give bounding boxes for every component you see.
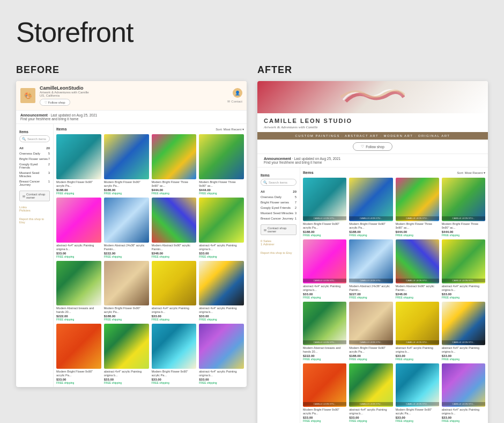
- before-links: Links Policies: [19, 206, 50, 212]
- after-hero-banner: [257, 81, 488, 113]
- after-hero-brush-svg: [340, 86, 405, 105]
- before-store-info: CamilleLeonStudio Artwork & Adventures w…: [40, 85, 89, 106]
- after-category-item[interactable]: Bright Flower series7: [261, 200, 297, 205]
- before-product-item[interactable]: Modern Bright Flower Three 9x90" ac... $…: [199, 134, 244, 195]
- before-product-item[interactable]: Modern Bright Flower 9x90" acrylic Pa...…: [152, 324, 197, 384]
- after-product-title: abstract 4x4" acrylic Painting origina b…: [442, 285, 485, 292]
- before-product-item[interactable]: Modern Bright Flower 9x90" acrylic Pa...…: [56, 324, 101, 384]
- after-product-image: CAMILLE LEON STU...: [349, 178, 392, 221]
- after-product-title: Modern Bright Flower 9x90" acrylic Pa...: [396, 408, 439, 415]
- before-product-item[interactable]: abstract 4x4" acrylic Painting origina b…: [199, 324, 244, 384]
- after-follow-section: ♡ Follow shop: [257, 140, 488, 154]
- after-product-item[interactable]: CAMILLE LEON STU... abstract 4x4" acryli…: [442, 302, 485, 361]
- before-product-item[interactable]: abstract 4x4" acrylic Painting origina b…: [56, 198, 101, 258]
- after-product-title: abstract 4x4" acrylic Painting origina b…: [442, 408, 485, 415]
- before-category-item[interactable]: Breast Cancer Journey1: [19, 179, 50, 187]
- after-product-image: CAMILLE LEON STU...: [303, 239, 346, 283]
- before-category-all[interactable]: All 20: [19, 145, 50, 151]
- before-contact-shop-button[interactable]: ✉ Contact shop owner: [19, 191, 50, 201]
- before-header: 🎨 CamilleLeonStudio Artwork & Adventures…: [16, 81, 247, 111]
- after-brand-section: CAMILLE LEON STUDIO Artwork & Adventures…: [257, 113, 488, 132]
- before-category-item[interactable]: Mustard Seed Miracles3: [19, 170, 50, 179]
- before-product-shipping: FREE shipping: [199, 381, 244, 384]
- after-product-item[interactable]: CAMILLE LEON STU... Modern Bright Flower…: [303, 363, 346, 422]
- after-product-shipping: FREE shipping: [303, 419, 346, 422]
- after-product-item[interactable]: CAMILLE LEON STU... Modern Bright Flower…: [349, 302, 392, 361]
- after-contact-shop-button[interactable]: ✉ Contact shop owner: [261, 224, 297, 235]
- before-search-bar[interactable]: 🔍 Search items: [19, 135, 50, 142]
- after-product-item[interactable]: CAMILLE LEON STU... abstract 4x4" acryli…: [349, 363, 392, 422]
- after-category-item[interactable]: Googly Eyed Friends2: [261, 205, 297, 210]
- after-follow-button[interactable]: ♡ Follow shop: [353, 142, 392, 151]
- before-product-item[interactable]: Modern Abstract 24x36" acrylic Paintin..…: [104, 198, 149, 258]
- before-store: 🎨 CamilleLeonStudio Artwork & Adventures…: [16, 81, 247, 387]
- before-follow-button[interactable]: ♡ Follow shop: [40, 99, 70, 106]
- before-product-image: [104, 134, 149, 179]
- before-product-item[interactable]: Modern Abstract 9x90" acrylic Paintin...…: [152, 198, 197, 258]
- before-product-item[interactable]: abstract 4x4" acrylic Painting origina b…: [199, 261, 244, 322]
- after-search-bar[interactable]: 🔍 Search items: [261, 179, 297, 186]
- after-product-item[interactable]: CAMILLE LEON STU... Modern Bright Flower…: [396, 178, 439, 237]
- after-report-link[interactable]: Report this shop to Etsy: [261, 251, 297, 254]
- after-items-label: Items: [261, 173, 297, 177]
- after-product-image: CAMILLE LEON STU...: [349, 239, 392, 283]
- before-product-item[interactable]: Modern Bright Flower Three 9x90" ac... $…: [152, 134, 197, 195]
- after-product-shipping: FREE shipping: [349, 358, 392, 361]
- after-category-item[interactable]: Breast Cancer Journey1: [261, 216, 297, 221]
- before-sort-dropdown[interactable]: Sort: Most Recent ▾: [216, 127, 244, 131]
- before-policies-label[interactable]: Policies: [19, 209, 50, 212]
- before-product-item[interactable]: abstract 4x4" acrylic Painting origina b…: [104, 324, 149, 384]
- before-contact-link[interactable]: ✉ Contact: [227, 99, 242, 103]
- before-product-title: abstract 4x4" acrylic Painting origina b…: [152, 307, 197, 314]
- after-product-item[interactable]: CAMILLE LEON STU... abstract 4x4" acryli…: [396, 302, 439, 361]
- after-product-item[interactable]: CAMILLE LEON STU... Modern Abstract 24x3…: [349, 239, 392, 298]
- before-product-shipping: FREE shipping: [104, 192, 149, 195]
- after-product-item[interactable]: CAMILLE LEON STU... abstract 4x4" acryli…: [442, 239, 485, 298]
- after-product-title: Modern Abstract 9x90" acrylic Paintin...: [396, 285, 439, 292]
- before-category-item[interactable]: Oneness Daily5: [19, 151, 50, 156]
- after-product-img-label: CAMILLE LEON STU...: [303, 279, 346, 282]
- after-product-item[interactable]: CAMILLE LEON STU... Modern Bright Flower…: [396, 363, 439, 422]
- after-product-shipping: FREE shipping: [303, 234, 346, 237]
- before-product-item[interactable]: abstract 4x4" acrylic Painting origina b…: [199, 198, 244, 258]
- before-product-item[interactable]: Modern Bright Flower 9x90" acrylic Pa...…: [104, 134, 149, 195]
- before-product-image: [56, 261, 101, 306]
- after-product-image: CAMILLE LEON STU...: [303, 363, 346, 407]
- before-user-avatar: 👤: [233, 88, 242, 98]
- before-product-item[interactable]: Modern Bright Flower 9x90" acrylic Pa...…: [56, 134, 101, 195]
- after-product-item[interactable]: CAMILLE LEON STU... abstract 4x4" acryli…: [303, 239, 346, 298]
- before-product-title: Modern Bright Flower 9x90" acrylic Pa...: [104, 307, 149, 314]
- after-product-img-label: CAMILLE LEON STU...: [349, 340, 392, 344]
- after-product-shipping: FREE shipping: [349, 234, 392, 237]
- before-category-item[interactable]: Bright Flower series7: [19, 156, 50, 162]
- after-product-image: CAMILLE LEON STU...: [349, 302, 392, 345]
- after-search-icon: 🔍: [263, 180, 267, 184]
- before-product-title: abstract 4x4" acrylic Painting origina b…: [199, 370, 244, 377]
- after-panel-wrapper: AFTER CAMILLE LEON STUDIO Artwork & Adve…: [257, 64, 488, 423]
- after-category-item[interactable]: Oneness Daily5: [261, 194, 297, 200]
- after-product-item[interactable]: CAMILLE LEON STU... Modern Bright Flower…: [303, 178, 346, 237]
- before-category-item[interactable]: Googly Eyed Friends2: [19, 162, 50, 170]
- before-product-item[interactable]: Modern Abstract breasts and hands 20... …: [56, 261, 101, 322]
- after-product-item[interactable]: CAMILLE LEON STU... abstract 4x4" acryli…: [442, 363, 485, 422]
- before-product-item[interactable]: abstract 4x4" acrylic Painting origina b…: [152, 261, 197, 322]
- after-product-shipping: FREE shipping: [442, 296, 485, 299]
- after-category-all[interactable]: All 20: [261, 189, 297, 194]
- after-sort-dropdown[interactable]: Sort: Most Recent ▾: [457, 171, 485, 174]
- after-product-item[interactable]: CAMILLE LEON STU... Modern Bright Flower…: [349, 178, 392, 237]
- before-categories: Oneness Daily5Bright Flower series7Googl…: [19, 151, 50, 187]
- before-product-title: Modern Bright Flower Three 9x90" ac...: [199, 180, 244, 188]
- after-product-item[interactable]: CAMILLE LEON STU... Modern Abstract brea…: [303, 302, 346, 361]
- after-product-title: Modern Bright Flower 9x90" acrylic Pa...: [349, 222, 392, 230]
- after-product-title: Modern Bright Flower 9x90" acrylic Pa...: [303, 408, 346, 415]
- before-report-link[interactable]: Report this shop to Etsy: [19, 217, 50, 224]
- before-product-item[interactable]: Modern Bright Flower 9x90" acrylic Pa...…: [104, 261, 149, 322]
- before-product-image: [56, 324, 101, 369]
- before-product-image: [199, 261, 244, 306]
- after-product-item[interactable]: CAMILLE LEON STU... Modern Abstract 9x90…: [396, 239, 439, 298]
- before-product-image: [152, 324, 197, 369]
- before-product-shipping: FREE shipping: [56, 318, 101, 321]
- after-main: Items 🔍 Search items All 20 Oneness Dail…: [257, 167, 488, 423]
- after-category-item[interactable]: Mustard Seed Miracles3: [261, 210, 297, 216]
- after-product-item[interactable]: CAMILLE LEON STU... Modern Bright Flower…: [442, 178, 485, 237]
